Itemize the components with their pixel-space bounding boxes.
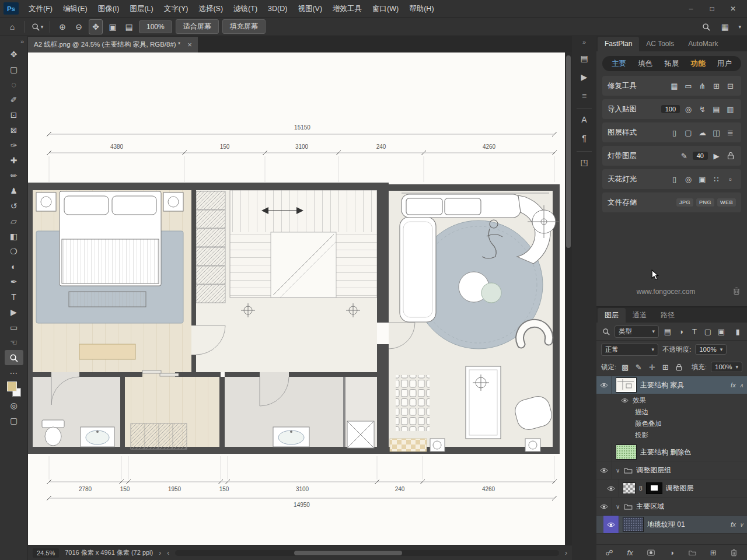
hand-tool[interactable]: ☜ bbox=[5, 335, 23, 350]
filter-text-icon[interactable]: T bbox=[690, 327, 699, 336]
layer-thumbnail[interactable] bbox=[616, 377, 637, 393]
filter-type-select[interactable]: 类型 ▾ bbox=[615, 326, 659, 338]
layer-row-effects[interactable]: 效果 bbox=[596, 394, 747, 406]
fill-screen-button[interactable]: 填充屏幕 bbox=[222, 19, 266, 34]
layer-name[interactable]: 主要结构 家具 bbox=[640, 380, 684, 390]
tab-ac-tools[interactable]: AC Tools bbox=[639, 37, 681, 51]
layer-row-carpet-texture[interactable]: 地毯纹理 01 fx ∨ bbox=[596, 516, 747, 534]
visibility-eye-icon[interactable] bbox=[603, 516, 619, 533]
healing-brush-tool[interactable]: ✚ bbox=[5, 153, 23, 168]
vertical-scrollbar-thumb[interactable] bbox=[566, 55, 571, 248]
close-tab-icon[interactable]: × bbox=[187, 40, 192, 49]
dodge-tool[interactable]: ◐ bbox=[5, 259, 23, 274]
layer-fx-badge[interactable]: fx ∨ bbox=[731, 521, 743, 528]
delete-layer-icon[interactable] bbox=[729, 549, 739, 556]
menu-item-file[interactable]: 文件(F) bbox=[23, 0, 58, 18]
menu-item-view[interactable]: 视图(V) bbox=[292, 0, 327, 18]
vertical-scrollbar[interactable] bbox=[565, 52, 572, 545]
layer-row-adjustment-layer[interactable]: 8 调整图层 bbox=[596, 480, 747, 498]
eyedropper-tool[interactable]: ✑ bbox=[5, 138, 23, 153]
marquee-tool[interactable]: ▢ bbox=[5, 62, 23, 77]
shape-tool[interactable]: ▭ bbox=[5, 320, 23, 335]
brushes-panel-icon[interactable]: ▤ bbox=[575, 50, 593, 66]
close-button[interactable]: ✕ bbox=[722, 0, 743, 18]
path-selection-tool[interactable]: ▶ bbox=[5, 304, 23, 320]
chevron-left-icon[interactable]: ‹ bbox=[167, 549, 169, 557]
paragraph-panel-icon[interactable]: ¶ bbox=[575, 130, 593, 146]
lines-icon[interactable]: ≣ bbox=[725, 127, 736, 138]
menu-item-window[interactable]: 窗口(W) bbox=[367, 0, 404, 18]
menu-item-edit[interactable]: 编辑(E) bbox=[58, 0, 93, 18]
lock-transparency-icon[interactable]: ▩ bbox=[620, 363, 630, 372]
doc-icon[interactable]: ▢ bbox=[683, 127, 694, 138]
filter-search-icon[interactable] bbox=[601, 328, 610, 335]
subtab-extend[interactable]: 拓展 bbox=[664, 59, 679, 69]
layer-row-stroke-effect[interactable]: 描边 bbox=[596, 406, 747, 418]
crop-tool[interactable]: ⊡ bbox=[5, 107, 23, 123]
toolbar-collapse-icon[interactable]: » bbox=[20, 36, 24, 47]
fill-select[interactable]: 100% ▾ bbox=[711, 362, 742, 372]
lock-position-icon[interactable]: ✛ bbox=[647, 363, 657, 372]
menu-item-layer[interactable]: 图层(L) bbox=[124, 0, 158, 18]
lock-pixels-icon[interactable]: ✎ bbox=[634, 363, 643, 372]
minus-square-icon[interactable]: ⊟ bbox=[725, 80, 736, 92]
layer-row-main-structure-furniture[interactable]: 主要结构 家具 fx ∧ bbox=[596, 376, 747, 394]
import-value[interactable]: 100 bbox=[661, 105, 680, 113]
layer-row-main-structure-delete-color[interactable]: 主要结构 删除色 bbox=[596, 443, 747, 461]
repair-tools-row[interactable]: 修复工具 ▦ ▭ ⋔ ⊞ ⊟ bbox=[602, 76, 741, 96]
quick-selection-tool[interactable]: ✐ bbox=[5, 92, 23, 107]
zoom-all-windows-icon[interactable]: ▤ bbox=[123, 20, 135, 34]
opacity-select[interactable]: 100% ▾ bbox=[695, 344, 727, 355]
3d-panel-icon[interactable]: ◳ bbox=[575, 154, 593, 170]
light-strip-value[interactable]: 40 bbox=[693, 152, 708, 160]
foreground-color-swatch[interactable] bbox=[7, 382, 17, 391]
grid-icon[interactable]: ▦ bbox=[669, 80, 680, 92]
tab-fastplan[interactable]: FastPlan bbox=[598, 37, 639, 51]
horizontal-scrollbar-thumb[interactable] bbox=[294, 551, 402, 555]
image-icon[interactable]: ▤ bbox=[711, 103, 722, 115]
layer-row-drop-shadow-effect[interactable]: 投影 bbox=[596, 429, 747, 441]
character-panel-icon[interactable]: A bbox=[575, 111, 593, 128]
menu-item-select[interactable]: 选择(S) bbox=[193, 0, 228, 18]
layer-thumbnail[interactable] bbox=[616, 444, 637, 460]
search-icon[interactable] bbox=[700, 20, 713, 34]
visibility-eye-icon[interactable] bbox=[603, 480, 619, 497]
subtab-user[interactable]: 用户 bbox=[717, 59, 732, 69]
subtab-fill[interactable]: 填色 bbox=[638, 59, 652, 69]
trash-icon[interactable] bbox=[733, 287, 740, 297]
workspace-layout-icon[interactable]: ▦ bbox=[718, 20, 731, 34]
mask-thumbnail[interactable] bbox=[646, 482, 662, 494]
filter-toggle-icon[interactable]: ▮ bbox=[733, 327, 742, 336]
visibility-eye-icon[interactable] bbox=[596, 461, 612, 479]
subtab-main[interactable]: 主要 bbox=[612, 59, 626, 69]
import-texture-row[interactable]: 导入贴图 100 ◎ ↯ ▤ ▥ bbox=[602, 99, 741, 119]
lock-all-icon[interactable] bbox=[674, 363, 683, 371]
maximize-button[interactable]: □ bbox=[701, 0, 722, 18]
blend-mode-select[interactable]: 正常 ▾ bbox=[601, 344, 658, 356]
layer-name[interactable]: 主要区域 bbox=[636, 502, 664, 512]
type-tool[interactable]: T bbox=[5, 289, 23, 304]
blur-tool[interactable]: ❍ bbox=[5, 244, 23, 259]
page-icon[interactable]: ▯ bbox=[669, 127, 680, 138]
new-group-icon[interactable] bbox=[688, 549, 697, 556]
visibility-eye-empty[interactable] bbox=[596, 443, 612, 461]
layer-style-fx-icon[interactable]: fx bbox=[626, 548, 635, 557]
add-mask-icon[interactable] bbox=[646, 549, 655, 556]
menu-item-type[interactable]: 文字(Y) bbox=[159, 0, 194, 18]
panels-expand-icon[interactable]: » bbox=[582, 38, 586, 48]
menu-item-filter[interactable]: 滤镜(T) bbox=[228, 0, 263, 18]
save-web-button[interactable]: WEB bbox=[717, 198, 736, 206]
tab-layers[interactable]: 图层 bbox=[598, 308, 626, 323]
image-alt-icon[interactable]: ▥ bbox=[725, 103, 736, 115]
target-icon[interactable]: ◎ bbox=[683, 173, 694, 185]
color-swatches[interactable] bbox=[5, 380, 23, 398]
target-icon[interactable]: ◎ bbox=[683, 103, 694, 115]
screen-mode-button[interactable]: ▢ bbox=[5, 413, 23, 428]
document-tab[interactable]: A2 线框.png @ 24.5% (主要结构 家具, RGB/8#) * × bbox=[28, 37, 198, 52]
chevron-up-icon[interactable]: ∧ bbox=[739, 382, 743, 388]
chevron-right-icon[interactable]: › bbox=[565, 549, 567, 557]
zoom-in-icon[interactable]: ⊕ bbox=[56, 20, 69, 34]
menu-item-3d[interactable]: 3D(D) bbox=[263, 0, 292, 18]
status-zoom-level[interactable]: 24.5% bbox=[33, 548, 59, 558]
effects-eye-icon[interactable] bbox=[620, 397, 629, 404]
